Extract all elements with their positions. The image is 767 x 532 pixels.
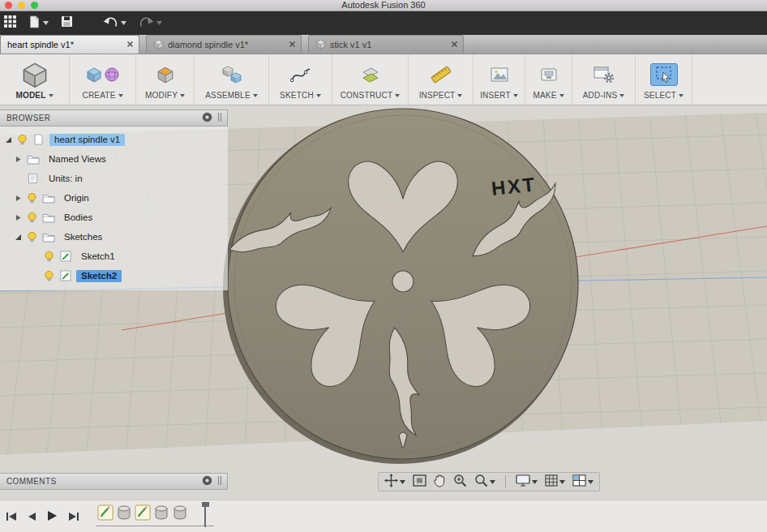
ribbon-group-sketch[interactable]: SKETCH — [269, 54, 332, 105]
expander-collapsed-icon[interactable] — [13, 214, 24, 221]
expander-collapsed-icon[interactable] — [13, 195, 24, 202]
timeline-feature-extrude-2[interactable] — [116, 504, 132, 525]
ribbon-group-assemble[interactable]: ASSEMBLE — [195, 54, 269, 105]
folder-icon — [25, 154, 41, 165]
panel-grip-icon[interactable] — [216, 112, 223, 124]
expander-collapsed-icon[interactable] — [13, 156, 24, 163]
ribbon-group-modify[interactable]: MODIFY — [136, 54, 195, 105]
zoom-window-button[interactable] — [31, 2, 38, 9]
zoom-in-button[interactable] — [453, 474, 467, 491]
play-button[interactable] — [47, 510, 58, 525]
comments-panel-title: COMMENTS — [6, 477, 57, 486]
ribbon-group-inspect[interactable]: INSPECT — [409, 54, 473, 105]
center-hole — [392, 271, 413, 292]
chevron-down-icon — [49, 94, 54, 100]
grid-display-button[interactable] — [545, 474, 565, 490]
browser-item-sketch1[interactable]: Sketch1 — [0, 247, 228, 266]
close-tab-icon[interactable] — [289, 40, 296, 49]
skip-start-button[interactable] — [6, 510, 17, 525]
data-panel-toggle-button[interactable] — [2, 14, 18, 32]
display-settings-icon — [516, 474, 530, 490]
skip-end-button[interactable] — [68, 510, 79, 525]
ribbon-group-create[interactable]: CREATE — [70, 54, 136, 105]
visibility-bulb-icon[interactable] — [25, 231, 39, 242]
visibility-bulb-icon[interactable] — [15, 134, 29, 145]
browser-panel-title: BROWSER — [6, 114, 50, 122]
ribbon-group-construct[interactable]: CONSTRUCT — [332, 54, 409, 105]
look-at-button[interactable] — [413, 474, 426, 490]
close-tab-icon[interactable] — [451, 40, 458, 49]
display-settings-button[interactable] — [516, 474, 538, 490]
document-tabbar: heart spindle v1*diamond spindle v1*stic… — [0, 35, 767, 54]
folder-icon — [41, 232, 56, 242]
ribbon-group-select[interactable]: SELECT — [636, 54, 692, 105]
panel-collapse-icon[interactable] — [202, 475, 212, 487]
visibility-bulb-icon[interactable] — [42, 251, 56, 262]
visibility-bulb-icon[interactable] — [25, 192, 39, 204]
close-window-button[interactable] — [5, 2, 12, 9]
ribbon-group-insert[interactable]: INSERT — [473, 54, 525, 105]
timeline-position-marker[interactable] — [204, 502, 206, 527]
browser-item-origin[interactable]: Origin — [0, 188, 228, 208]
zoom-options-button[interactable] — [474, 474, 495, 491]
ribbon-group-label: SKETCH — [280, 91, 314, 100]
visibility-bulb-icon[interactable] — [42, 270, 56, 281]
browser-item-named-views[interactable]: Named Views — [0, 149, 228, 169]
redo-button[interactable] — [137, 14, 164, 32]
extrude-feature-icon — [172, 510, 188, 524]
minimize-window-button[interactable] — [18, 2, 25, 9]
select-icon — [650, 58, 678, 91]
navigation-toolbar — [378, 472, 600, 491]
save-button[interactable] — [59, 14, 75, 32]
ribbon-group-label: INSPECT — [419, 91, 456, 100]
look-at-icon — [413, 474, 426, 490]
save-icon — [61, 15, 73, 31]
extrude-feature-icon — [153, 510, 169, 524]
toolbar-separator — [505, 475, 506, 488]
folder-icon — [41, 212, 56, 223]
chevron-down-icon — [588, 480, 593, 484]
chevron-down-icon — [156, 21, 162, 25]
timeline-feature-sketch-3[interactable] — [135, 504, 151, 525]
pan-arrows-button[interactable] — [384, 474, 405, 491]
browser-item-units-in[interactable]: Units: in — [0, 169, 228, 188]
browser-item-label: heart spindle v1 — [49, 134, 125, 146]
browser-item-sketches[interactable]: Sketches — [0, 227, 228, 247]
apps-grid-icon — [4, 15, 16, 31]
ribbon-group-addins[interactable]: ADD-INS — [572, 54, 636, 105]
document-tab-heart-spindle-v1[interactable]: heart spindle v1* — [0, 35, 139, 54]
ribbon-group-model[interactable]: MODEL — [0, 54, 70, 105]
timeline-feature-sketch-1[interactable] — [97, 504, 114, 525]
skip-end-icon — [68, 510, 79, 525]
viewports-button[interactable] — [572, 474, 593, 490]
chevron-down-icon — [457, 94, 462, 100]
close-tab-icon[interactable] — [126, 40, 134, 49]
step-back-button[interactable] — [28, 510, 36, 525]
undo-button[interactable] — [101, 14, 128, 32]
panel-collapse-icon[interactable] — [202, 112, 212, 124]
visibility-bulb-icon[interactable] — [25, 212, 39, 223]
timeline-feature-extrude-5[interactable] — [172, 504, 188, 525]
browser-item-heart-spindle-v1[interactable]: heart spindle v1 — [0, 130, 228, 149]
expander-expanded-icon[interactable] — [13, 234, 24, 241]
file-icon — [28, 15, 41, 32]
chevron-down-icon — [400, 480, 405, 484]
chevron-down-icon — [253, 94, 258, 100]
file-menu-button[interactable] — [27, 14, 50, 33]
model-body[interactable]: HXT — [223, 109, 578, 464]
browser-item-bodies[interactable]: Bodies — [0, 208, 228, 227]
units-icon — [25, 173, 41, 184]
modify-icon — [156, 58, 174, 91]
chevron-down-icon — [559, 480, 565, 484]
document-tab-diamond-spindle-v1[interactable]: diamond spindle v1* — [146, 35, 302, 54]
timeline-feature-extrude-4[interactable] — [153, 504, 169, 525]
inspect-icon — [431, 58, 452, 91]
browser-item-sketch2[interactable]: Sketch2 — [0, 266, 228, 285]
hand-pan-button[interactable] — [434, 474, 446, 491]
sketch-feature-icon — [97, 510, 114, 524]
panel-grip-icon[interactable] — [216, 475, 223, 487]
ribbon-group-make[interactable]: MAKE — [525, 54, 572, 105]
assemble-icon — [221, 58, 242, 91]
document-tab-stick-v1-v1[interactable]: stick v1 v1 — [308, 35, 464, 54]
expander-expanded-icon[interactable] — [3, 136, 14, 144]
